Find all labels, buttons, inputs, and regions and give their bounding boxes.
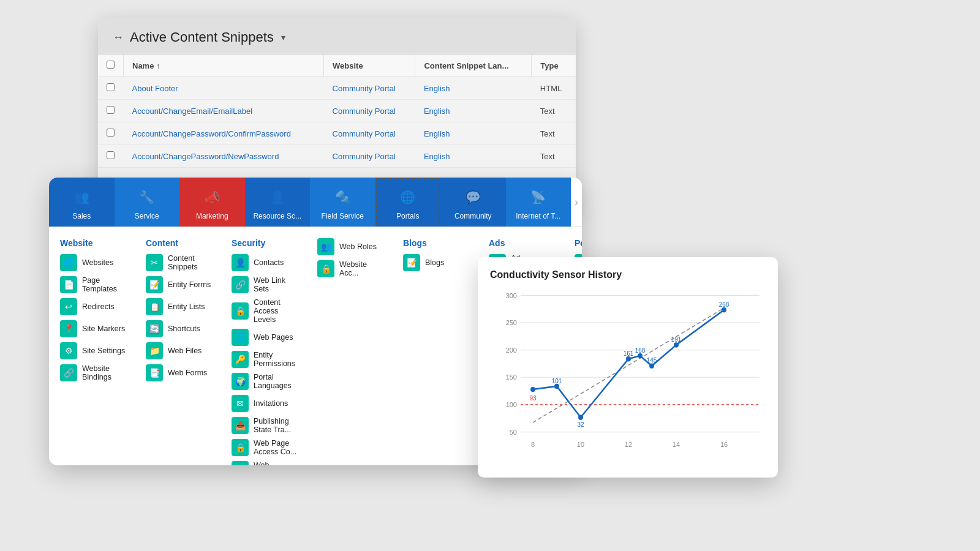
list-item[interactable]: ✂Content Snippets xyxy=(146,254,213,271)
nav-item-portals[interactable]: 🌐 Portals xyxy=(375,178,441,227)
item-icon: 🌍 xyxy=(232,373,249,390)
list-item[interactable]: 🔄Shortcuts xyxy=(146,320,213,337)
row-language[interactable]: English xyxy=(415,122,532,145)
item-label: Website Acc... xyxy=(339,260,385,277)
list-item[interactable]: 📋Entity Lists xyxy=(146,298,213,315)
list-item[interactable]: 📄Page Templates xyxy=(60,276,127,293)
list-item[interactable]: 📝Entity Forms xyxy=(146,276,213,293)
snippets-header: ↔ Active Content Snippets ▾ xyxy=(98,18,576,54)
nav-item-internet-of-t---[interactable]: 📡 Internet of T... xyxy=(506,178,571,227)
nav-item-sales[interactable]: 👥 Sales xyxy=(49,178,115,227)
list-item[interactable]: ✉Invitations xyxy=(232,395,299,412)
row-website[interactable]: Community Portal xyxy=(324,145,415,168)
nav-icon: 🔧 xyxy=(136,186,158,208)
svg-point-20 xyxy=(554,384,559,389)
list-item[interactable]: 🌐Websites xyxy=(60,254,127,271)
item-icon: 🔒 xyxy=(232,439,249,456)
snippets-title: Active Content Snippets ▾ xyxy=(130,29,285,45)
svg-line-18 xyxy=(533,308,724,422)
list-item[interactable]: 🌐Web Pages xyxy=(232,329,299,346)
list-item[interactable]: 📍Site Markers xyxy=(60,320,127,337)
col-checkbox xyxy=(98,54,124,77)
nav-item-community[interactable]: 💬 Community xyxy=(440,178,506,227)
svg-text:168: 168 xyxy=(635,347,646,354)
row-name[interactable]: Account/ChangePassword/NewPassword xyxy=(124,145,324,168)
nav-item-service[interactable]: 🔧 Service xyxy=(115,178,180,227)
list-item[interactable]: 📤Publishing State Tra... xyxy=(232,417,299,434)
row-type: Text xyxy=(532,100,576,122)
list-item[interactable]: 📝Blogs xyxy=(403,254,470,271)
list-item[interactable]: ↩Redirects xyxy=(60,298,127,315)
list-item[interactable]: 🔑Entity Permissions xyxy=(232,351,299,368)
item-icon: ⚙ xyxy=(60,342,77,359)
row-type: Text xyxy=(532,122,576,145)
list-item[interactable]: 📑Web Forms xyxy=(146,364,213,381)
list-item[interactable]: 🔒Content Access Levels xyxy=(232,298,299,324)
table-row[interactable]: Account/ChangePassword/NewPassword Commu… xyxy=(98,145,576,168)
svg-text:8: 8 xyxy=(531,440,535,448)
svg-point-24 xyxy=(649,364,654,369)
row-name[interactable]: About Footer xyxy=(124,77,324,100)
nav-chevron-right[interactable]: › xyxy=(571,178,582,227)
nav-item-field-service[interactable]: 🔩 Field Service xyxy=(310,178,375,227)
item-label: Shortcuts xyxy=(168,324,200,333)
item-icon: 🌐 xyxy=(232,329,249,346)
list-item[interactable]: 🔒Web Page Access Co... xyxy=(232,439,299,456)
svg-point-23 xyxy=(638,353,643,358)
list-item[interactable]: 👥Web Roles xyxy=(317,238,385,255)
snippets-panel-icon: ↔ xyxy=(113,31,124,44)
row-language[interactable]: English xyxy=(415,100,532,122)
svg-text:161: 161 xyxy=(624,350,634,357)
item-label: Web Files xyxy=(168,347,202,355)
portals-nav-bar: 👥 Sales 🔧 Service 📣 Marketing 👤 Resource… xyxy=(49,178,582,227)
row-name[interactable]: Account/ChangeEmail/EmailLabel xyxy=(124,100,324,122)
list-item[interactable]: 🔒Website Acc... xyxy=(317,260,385,277)
svg-text:300: 300 xyxy=(506,291,517,299)
svg-text:191: 191 xyxy=(671,336,682,343)
snippets-title-text: Active Content Snippets xyxy=(130,29,274,45)
row-website[interactable]: Community Portal xyxy=(324,77,415,100)
row-checkbox[interactable] xyxy=(98,145,124,168)
list-item[interactable]: 🔗Website Bindings xyxy=(60,364,127,381)
list-item[interactable]: 🔗Web Link Sets xyxy=(232,276,299,293)
item-label: Web Templates xyxy=(254,461,299,465)
item-label: Web Link Sets xyxy=(254,276,299,293)
portals-col-header-1: Content xyxy=(146,238,213,248)
list-item[interactable]: 🌐Web Templates xyxy=(232,461,299,465)
row-name[interactable]: Account/ChangePassword/ConfirmPassword xyxy=(124,122,324,145)
list-item[interactable]: 🌍Portal Languages xyxy=(232,373,299,390)
item-icon: 🔄 xyxy=(146,320,163,337)
row-website[interactable]: Community Portal xyxy=(324,100,415,122)
list-item[interactable]: ⚙Site Settings xyxy=(60,342,127,359)
list-item[interactable]: 📁Web Files xyxy=(146,342,213,359)
item-label: Invitations xyxy=(254,399,288,408)
nav-label: Community xyxy=(454,209,492,220)
portals-col-3: 👥Web Roles🔒Website Acc... xyxy=(306,227,392,465)
item-icon: ↩ xyxy=(60,298,77,315)
nav-item-resource-sc---[interactable]: 👤 Resource Sc... xyxy=(245,178,311,227)
row-language[interactable]: English xyxy=(415,77,532,100)
nav-icon: 💬 xyxy=(462,186,484,208)
table-row[interactable]: Account/ChangeEmail/EmailLabel Community… xyxy=(98,100,576,122)
svg-text:93: 93 xyxy=(529,395,536,402)
nav-icon: 📣 xyxy=(201,186,223,208)
select-all-checkbox[interactable] xyxy=(107,61,115,69)
row-website[interactable]: Community Portal xyxy=(324,122,415,145)
row-checkbox[interactable] xyxy=(98,100,124,122)
row-type: Text xyxy=(532,145,576,168)
snippets-dropdown-icon[interactable]: ▾ xyxy=(281,32,285,42)
nav-icon: 👤 xyxy=(266,186,288,208)
nav-label: Internet of T... xyxy=(516,209,560,220)
item-icon: 📍 xyxy=(60,320,77,337)
row-checkbox[interactable] xyxy=(98,77,124,100)
svg-point-26 xyxy=(722,307,726,312)
table-row[interactable]: About Footer Community Portal English HT… xyxy=(98,77,576,100)
row-language[interactable]: English xyxy=(415,145,532,168)
svg-text:250: 250 xyxy=(506,319,517,326)
table-row[interactable]: Account/ChangePassword/ConfirmPassword C… xyxy=(98,122,576,145)
portals-col-header-6: Polls xyxy=(575,238,582,248)
row-checkbox[interactable] xyxy=(98,122,124,145)
list-item[interactable]: 👤Contacts xyxy=(232,254,299,271)
nav-item-marketing[interactable]: 📣 Marketing xyxy=(179,178,245,227)
portals-col-4: Blogs📝Blogs xyxy=(392,227,478,465)
